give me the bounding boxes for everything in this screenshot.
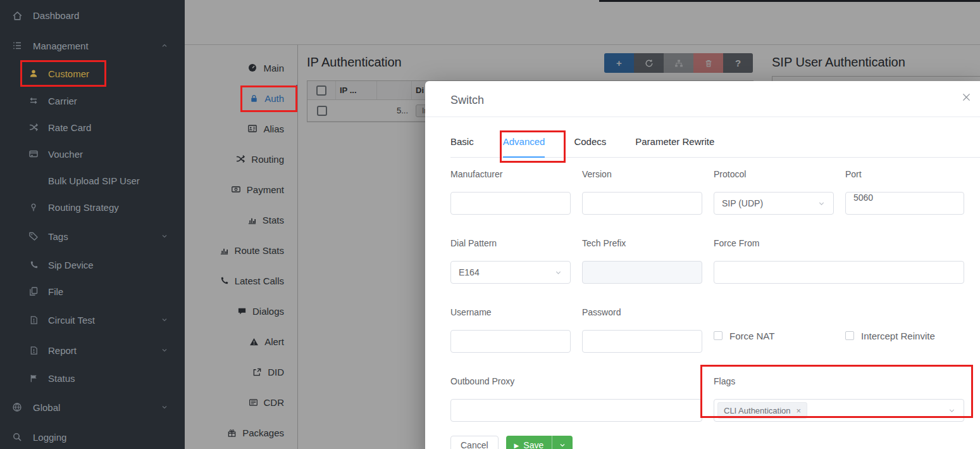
sidebar-item-label: Sip Device bbox=[48, 260, 94, 270]
file-icon bbox=[28, 346, 39, 355]
tag-icon bbox=[28, 231, 39, 241]
username-field[interactable] bbox=[450, 330, 571, 353]
flag-tag-label: CLI Authentication bbox=[724, 406, 791, 415]
save-split-button: ▶ Save bbox=[506, 436, 573, 449]
version-field[interactable] bbox=[582, 192, 702, 215]
card-icon bbox=[28, 149, 39, 159]
flag-tag: CLI Authentication × bbox=[717, 402, 807, 419]
tech-prefix-field[interactable] bbox=[582, 261, 702, 284]
sidebar-item-tags[interactable]: Tags bbox=[0, 223, 185, 250]
username-label: Username bbox=[450, 307, 571, 317]
sidebar-item-bulk-upload-sip-user[interactable]: Bulk Upload SIP User bbox=[0, 167, 185, 194]
sidebar-item-label: Global bbox=[33, 402, 60, 413]
modal-body: Manufacturer Version Protocol SIP (UDP) … bbox=[425, 158, 980, 422]
save-dropdown-button[interactable] bbox=[552, 436, 573, 449]
sidebar-item-report[interactable]: Report bbox=[0, 337, 185, 364]
sidebar-item-rate-card[interactable]: Rate Card bbox=[0, 114, 185, 141]
play-icon: ▶ bbox=[514, 442, 519, 449]
sidebar-item-customer[interactable]: Customer bbox=[0, 60, 185, 87]
intercept-reinvite-checkbox[interactable] bbox=[845, 331, 854, 340]
sidebar-item-global[interactable]: Global bbox=[0, 394, 185, 421]
modal-title: Switch bbox=[450, 94, 484, 106]
sidebar-item-label: Bulk Upload SIP User bbox=[48, 175, 140, 186]
sidebar-item-dashboard[interactable]: Dashboard bbox=[0, 2, 185, 28]
force-nat-group: Force NAT bbox=[714, 307, 834, 353]
chevron-down-icon bbox=[161, 232, 168, 240]
version-label: Version bbox=[582, 169, 702, 179]
sidebar-item-label: File bbox=[48, 286, 63, 297]
chevron-down-icon bbox=[161, 316, 168, 324]
sidebar-item-circuit-test[interactable]: Circuit Test bbox=[0, 307, 185, 333]
chevron-down-icon bbox=[554, 269, 562, 277]
modal-footer: Cancel ▶ Save bbox=[450, 436, 980, 449]
tab-advanced[interactable]: Advanced bbox=[503, 136, 545, 158]
sidebar-item-voucher[interactable]: Voucher bbox=[0, 141, 185, 167]
protocol-value: SIP (UDP) bbox=[722, 198, 763, 208]
sidebar-item-label: Customer bbox=[48, 68, 89, 79]
dial-pattern-select[interactable]: E164 bbox=[450, 261, 571, 284]
chevron-down-icon bbox=[161, 403, 168, 411]
dial-pattern-label: Dial Pattern bbox=[450, 238, 571, 248]
sidebar-item-label: Status bbox=[48, 373, 75, 384]
shuffle-icon bbox=[28, 122, 39, 132]
tab-basic[interactable]: Basic bbox=[450, 136, 474, 157]
sidebar-item-sip-device[interactable]: Sip Device bbox=[0, 251, 185, 278]
chevron-down-icon bbox=[161, 346, 168, 354]
close-icon[interactable] bbox=[961, 91, 972, 103]
search-icon bbox=[11, 432, 23, 442]
phone-icon bbox=[28, 260, 39, 270]
intercept-reinvite-group: Intercept Reinvite bbox=[845, 307, 964, 353]
sidebar-item-management[interactable]: Management bbox=[0, 32, 185, 59]
sidebar-item-carrier[interactable]: Carrier bbox=[0, 87, 185, 114]
sidebar-item-routing-strategy[interactable]: Routing Strategy bbox=[0, 194, 185, 220]
sidebar-item-label: Circuit Test bbox=[48, 315, 95, 326]
tab-codecs[interactable]: Codecs bbox=[574, 136, 606, 157]
exchange-icon bbox=[28, 96, 39, 106]
flags-select[interactable]: CLI Authentication × bbox=[714, 399, 964, 422]
switch-modal: Switch Basic Advanced Codecs Parameter R… bbox=[425, 81, 980, 449]
menu-icon bbox=[11, 41, 23, 51]
chevron-down-icon bbox=[948, 407, 956, 415]
protocol-select[interactable]: SIP (UDP) bbox=[714, 192, 834, 215]
sidebar-item-label: Voucher bbox=[48, 149, 83, 160]
copy-icon bbox=[28, 286, 39, 296]
home-icon bbox=[11, 10, 23, 21]
force-nat-checkbox[interactable] bbox=[714, 331, 723, 340]
outbound-proxy-label: Outbound Proxy bbox=[450, 376, 702, 386]
tag-remove-icon[interactable]: × bbox=[797, 406, 802, 415]
force-from-field[interactable] bbox=[714, 261, 964, 284]
sidebar-item-label: Management bbox=[33, 41, 89, 51]
cancel-button[interactable]: Cancel bbox=[450, 436, 499, 449]
tab-parameter-rewrite[interactable]: Parameter Rewrite bbox=[635, 136, 714, 157]
sidebar-item-label: Report bbox=[48, 345, 77, 356]
modal-header: Switch bbox=[425, 81, 980, 117]
tech-prefix-label: Tech Prefix bbox=[582, 238, 702, 248]
user-icon bbox=[28, 68, 39, 79]
force-nat-label: Force NAT bbox=[729, 331, 774, 341]
globe-icon bbox=[11, 402, 23, 412]
main-sidebar: Dashboard Management Customer Carrier Ra… bbox=[0, 0, 185, 449]
save-button[interactable]: ▶ Save bbox=[506, 436, 552, 449]
chevron-down-icon bbox=[817, 199, 826, 208]
force-from-label: Force From bbox=[714, 238, 964, 248]
protocol-label: Protocol bbox=[714, 169, 834, 179]
password-field[interactable] bbox=[582, 330, 702, 353]
manufacturer-field[interactable] bbox=[450, 192, 571, 215]
file-icon bbox=[28, 315, 39, 325]
modal-tabs: Basic Advanced Codecs Parameter Rewrite bbox=[450, 117, 980, 158]
outbound-proxy-field[interactable] bbox=[450, 399, 702, 422]
intercept-reinvite-label: Intercept Reinvite bbox=[861, 331, 935, 341]
flag-icon bbox=[28, 374, 39, 383]
sidebar-item-file[interactable]: File bbox=[0, 278, 185, 305]
save-button-label: Save bbox=[523, 440, 543, 449]
sidebar-item-label: Rate Card bbox=[48, 122, 91, 133]
sidebar-item-label: Carrier bbox=[48, 96, 77, 106]
flags-label: Flags bbox=[714, 376, 964, 386]
chevron-up-icon bbox=[161, 42, 168, 49]
port-field[interactable]: 5060 bbox=[845, 192, 964, 215]
sidebar-item-label: Routing Strategy bbox=[48, 202, 119, 213]
sidebar-item-status[interactable]: Status bbox=[0, 365, 185, 391]
port-label: Port bbox=[845, 169, 964, 179]
app-window: Dashboard Management Customer Carrier Ra… bbox=[0, 0, 980, 449]
sidebar-item-logging[interactable]: Logging bbox=[0, 424, 185, 449]
